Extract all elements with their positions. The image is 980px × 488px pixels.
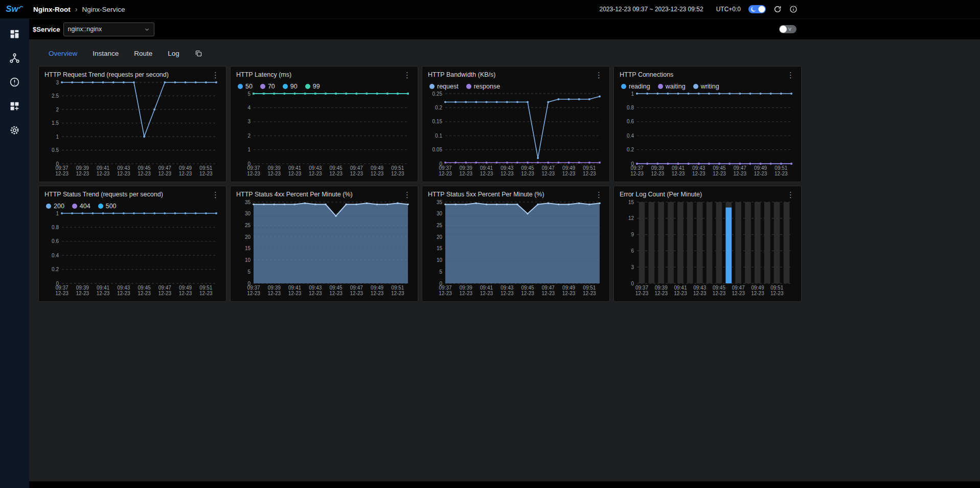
tab-log[interactable]: Log (168, 50, 179, 57)
svg-text:09:4712-23: 09:4712-23 (158, 285, 172, 296)
legend-item[interactable]: 99 (305, 83, 320, 90)
svg-text:9: 9 (631, 232, 634, 237)
svg-text:09:4512-23: 09:4512-23 (138, 165, 151, 176)
sidebar-item-marketplace[interactable] (5, 97, 25, 116)
sidebar-item-settings[interactable] (5, 121, 25, 140)
copy-icon[interactable] (195, 50, 202, 57)
chart-canvas[interactable]: 01234509:3712-2309:3912-2309:4112-2309:4… (236, 91, 412, 178)
svg-text:09:4512-23: 09:4512-23 (521, 285, 534, 296)
kebab-menu-icon[interactable]: ⋮ (402, 71, 412, 79)
legend-label: reading (629, 83, 650, 90)
chart-canvas[interactable]: 0510152025303509:3712-2309:3912-2309:411… (236, 199, 412, 298)
theme-toggle[interactable] (748, 5, 766, 13)
legend-label: 99 (313, 83, 320, 90)
legend-item[interactable]: reading (621, 83, 650, 90)
sidebar-item-dashboards[interactable] (5, 25, 25, 43)
legend-item[interactable]: response (466, 83, 500, 90)
chart-canvas[interactable]: 00.511.522.5309:3712-2309:3912-2309:4112… (44, 80, 220, 178)
sidebar-item-topology[interactable] (5, 49, 25, 68)
chart-canvas[interactable]: 00.050.10.150.20.2509:3712-2309:3912-230… (428, 91, 604, 178)
svg-text:0.8: 0.8 (52, 225, 59, 230)
chevron-right-icon: › (75, 5, 78, 13)
kebab-menu-icon[interactable]: ⋮ (211, 71, 220, 79)
svg-text:30: 30 (437, 211, 443, 216)
legend-item[interactable]: 500 (98, 203, 117, 210)
breadcrumb-root[interactable]: Nginx-Root (33, 6, 71, 13)
svg-text:0.2: 0.2 (435, 105, 442, 110)
legend-item[interactable]: waiting (658, 83, 686, 90)
svg-text:09:3712-23: 09:3712-23 (635, 285, 649, 296)
kebab-menu-icon[interactable]: ⋮ (786, 71, 795, 79)
svg-text:0.6: 0.6 (627, 119, 634, 124)
svg-text:09:3712-23: 09:3712-23 (439, 165, 452, 176)
svg-text:0.05: 0.05 (432, 147, 443, 152)
edit-mode-toggle[interactable]: V (779, 25, 796, 33)
kebab-menu-icon[interactable]: ⋮ (594, 71, 604, 79)
chart-title: HTTP Bandwidth (KB/s) (428, 71, 495, 78)
svg-text:09:5112-23: 09:5112-23 (391, 285, 404, 296)
scrollbar-track[interactable] (29, 481, 980, 488)
chart-canvas[interactable]: 00.20.40.60.8109:3712-2309:3912-2309:411… (44, 211, 220, 298)
chart-title: HTTP Status 4xx Percent Per Minute (%) (236, 191, 353, 198)
svg-text:09:3912-23: 09:3912-23 (267, 165, 281, 176)
legend-item[interactable]: 90 (283, 83, 298, 90)
logo[interactable]: Sw (0, 4, 29, 14)
legend-item[interactable]: request (429, 83, 459, 90)
svg-text:15: 15 (245, 246, 251, 251)
kebab-menu-icon[interactable]: ⋮ (594, 191, 604, 198)
dashboard-grid-icon (9, 29, 20, 39)
chevron-down-icon (144, 27, 150, 32)
tab-instance[interactable]: Instance (93, 50, 119, 57)
svg-text:09:4512-23: 09:4512-23 (138, 285, 151, 296)
sidebar-item-alerting[interactable] (5, 73, 25, 92)
kebab-menu-icon[interactable]: ⋮ (786, 191, 795, 198)
svg-text:5: 5 (439, 269, 442, 275)
time-range[interactable]: 2023-12-23 09:37 ~ 2023-12-23 09:52 (599, 6, 703, 13)
legend-item[interactable]: 50 (238, 83, 253, 90)
svg-text:6: 6 (631, 248, 634, 254)
service-select-value: nginx::nginx (68, 26, 102, 33)
svg-text:09:4312-23: 09:4312-23 (309, 285, 322, 296)
info-icon[interactable] (789, 5, 797, 13)
legend-item[interactable]: writing (693, 83, 719, 90)
chart-card: HTTP Connections ⋮ readingwaitingwriting… (613, 66, 802, 182)
tab-overview[interactable]: Overview (49, 50, 77, 57)
legend-label: 50 (245, 83, 253, 90)
chart-canvas[interactable]: 0510152025303509:3712-2309:3912-2309:411… (428, 199, 604, 298)
legend-item[interactable]: 200 (46, 203, 64, 210)
chart-title: Error Log Count (Per Minute) (620, 191, 702, 198)
svg-text:09:5112-23: 09:5112-23 (583, 165, 596, 176)
toggle-knob (780, 26, 787, 33)
legend-item[interactable]: 404 (72, 203, 90, 210)
svg-text:30: 30 (245, 211, 251, 216)
svg-text:10: 10 (437, 257, 443, 263)
chart-legend: requestresponse (429, 82, 604, 90)
chart-canvas[interactable]: 0369121509:3712-2309:3912-2309:4112-2309… (620, 199, 795, 298)
svg-text:35: 35 (437, 199, 443, 205)
refresh-icon[interactable] (773, 5, 782, 13)
svg-text:09:4312-23: 09:4312-23 (500, 165, 514, 176)
svg-text:09:4512-23: 09:4512-23 (329, 285, 343, 296)
kebab-menu-icon[interactable]: ⋮ (402, 191, 412, 198)
legend-item[interactable]: 70 (260, 83, 275, 90)
kebab-menu-icon[interactable]: ⋮ (211, 191, 220, 198)
svg-text:12: 12 (628, 215, 634, 221)
widgets-icon (9, 101, 20, 112)
service-select[interactable]: nginx::nginx (63, 23, 154, 36)
topology-icon (9, 53, 20, 63)
chart-card: HTTP Status 5xx Percent Per Minute (%) ⋮… (422, 186, 610, 302)
svg-text:1: 1 (631, 91, 634, 97)
tab-route[interactable]: Route (134, 50, 152, 57)
chart-canvas[interactable]: 00.20.40.60.8109:3712-2309:3912-2309:411… (620, 91, 795, 178)
svg-text:0.25: 0.25 (432, 91, 443, 97)
legend-dot-icon (693, 84, 698, 89)
svg-text:09:4312-23: 09:4312-23 (500, 285, 514, 296)
svg-text:2: 2 (56, 107, 59, 113)
svg-text:09:4512-23: 09:4512-23 (713, 285, 726, 296)
svg-text:09:4312-23: 09:4312-23 (117, 165, 130, 176)
svg-text:09:4112-23: 09:4112-23 (288, 165, 302, 176)
svg-text:09:4112-23: 09:4112-23 (97, 165, 110, 176)
alert-circle-icon (9, 77, 20, 87)
svg-text:09:4912-23: 09:4912-23 (371, 165, 384, 176)
svg-text:09:3712-23: 09:3712-23 (55, 285, 69, 296)
